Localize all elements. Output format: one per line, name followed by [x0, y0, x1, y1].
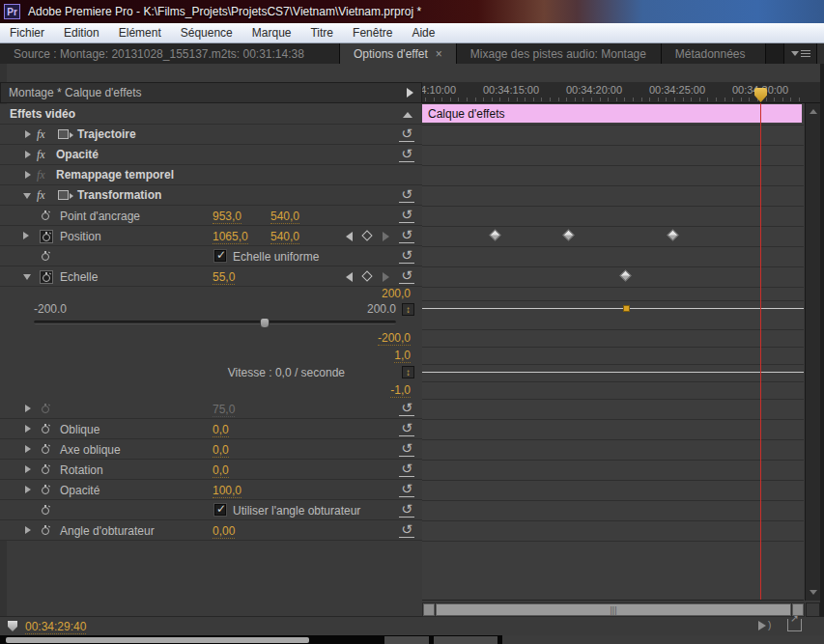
show-timeline-arrow-icon[interactable]	[407, 88, 413, 98]
position-x-value[interactable]: 1065,0	[213, 230, 248, 244]
horizontal-scrollbar[interactable]	[422, 602, 805, 617]
stopwatch-icon[interactable]	[40, 250, 53, 264]
effect-row-opacite[interactable]: fx Opacité ↺	[0, 145, 422, 165]
expand-triangle-icon[interactable]	[25, 405, 31, 412]
keyframe-diamond[interactable]	[667, 229, 679, 241]
reset-param-button[interactable]: ↺	[399, 208, 414, 223]
param-row-opacity[interactable]: Opacité 100,0 ↺	[0, 480, 422, 500]
expand-graph-button[interactable]: ↕	[402, 366, 414, 378]
oblique-value[interactable]: 0,0	[213, 423, 229, 437]
fx-toggle-icon[interactable]: fx	[37, 168, 45, 182]
param-row-shutter-angle[interactable]: Angle d'obturateur 0,00 ↺	[0, 520, 422, 541]
stopwatch-icon[interactable]	[40, 423, 53, 436]
param-row-scale[interactable]: Echelle 55,0 ↺	[0, 266, 422, 287]
velocity-max-value[interactable]: 1,0	[394, 349, 411, 363]
export-frame-icon[interactable]	[787, 619, 802, 631]
collapse-section-icon[interactable]	[403, 112, 412, 118]
collapse-triangle-icon[interactable]	[23, 274, 31, 280]
slider-thumb[interactable]	[260, 318, 270, 328]
fx-toggle-icon[interactable]: fx	[37, 188, 45, 203]
stopwatch-enabled-icon[interactable]	[40, 270, 53, 284]
collapse-triangle-icon[interactable]	[23, 193, 31, 199]
shutter-angle-value[interactable]: 0,00	[213, 524, 235, 539]
reset-param-button[interactable]: ↺	[399, 248, 414, 264]
reset-param-button[interactable]: ↺	[399, 522, 414, 538]
vertical-scrollbar[interactable]	[805, 103, 820, 601]
menu-fichier[interactable]: Fichier	[0, 23, 54, 42]
tab-source-monitor[interactable]: Source : Montage: 20131028_155137.m2ts: …	[0, 43, 340, 64]
param-row-axe-oblique[interactable]: Axe oblique 0,0 ↺	[0, 439, 422, 460]
param-row-rotation[interactable]: Rotation 0,0 ↺	[0, 460, 422, 480]
menu-edition[interactable]: Edition	[54, 23, 109, 42]
stopwatch-icon[interactable]	[40, 463, 53, 477]
expand-triangle-icon[interactable]	[25, 486, 31, 493]
uniform-scale-checkbox[interactable]: ✓	[214, 250, 226, 262]
menu-aide[interactable]: Aide	[402, 23, 444, 42]
anchor-x-value[interactable]: 953,0	[213, 210, 242, 224]
param-row-use-shutter-angle[interactable]: ✓ Utiliser l'angle obturateur ↺	[0, 500, 422, 520]
reset-effect-button[interactable]: ↺	[399, 147, 414, 162]
stopwatch-icon[interactable]	[40, 504, 53, 518]
keyframe-diamond[interactable]	[489, 229, 501, 241]
expand-triangle-icon[interactable]	[25, 445, 31, 453]
menu-marque[interactable]: Marque	[242, 23, 301, 42]
reset-param-button[interactable]: ↺	[399, 228, 414, 243]
add-keyframe-icon[interactable]	[361, 270, 372, 281]
tab-effect-controls[interactable]: Options d'effet ×	[340, 43, 457, 64]
reset-param-button[interactable]: ↺	[399, 482, 414, 497]
velocity-min-value[interactable]: -1,0	[390, 383, 411, 398]
tab-metadata[interactable]: Métadonnées	[662, 43, 766, 64]
play-audio-icon[interactable]: )	[758, 620, 776, 632]
title-bar[interactable]: Pr Adobe Premiere Pro - K:\Films_Projets…	[0, 0, 824, 23]
param-row-anchor-point[interactable]: Point d'ancrage 953,0 540,0 ↺	[0, 206, 422, 226]
use-shutter-angle-checkbox[interactable]: ✓	[214, 504, 226, 516]
keyframe-diamond[interactable]	[562, 229, 575, 241]
playhead-line[interactable]	[760, 103, 761, 600]
section-effets-video[interactable]: Effets vidéo	[0, 104, 422, 125]
menu-titre[interactable]: Titre	[300, 23, 343, 42]
stopwatch-icon[interactable]	[40, 484, 53, 497]
scale-slider[interactable]	[34, 321, 396, 324]
reset-param-button[interactable]: ↺	[399, 502, 414, 518]
expand-triangle-icon[interactable]	[25, 425, 31, 433]
panel-menu-icon[interactable]	[783, 43, 816, 64]
position-y-value[interactable]: 540,0	[270, 230, 299, 244]
reset-param-button[interactable]: ↺	[399, 401, 414, 416]
lower-panel-scrollbar[interactable]	[6, 637, 309, 643]
stopwatch-icon[interactable]	[40, 443, 53, 457]
timeline-ruler[interactable]: 00:34:10:0000:34:15:0000:34:20:0000:34:2…	[422, 82, 820, 103]
stopwatch-icon[interactable]	[40, 210, 53, 223]
expand-triangle-icon[interactable]	[25, 130, 31, 138]
menu-element[interactable]: Elément	[109, 23, 171, 42]
tab-audio-mixer[interactable]: Mixage des pistes audio: Montage	[457, 43, 662, 64]
axe-oblique-value[interactable]: 0,0	[213, 443, 229, 458]
previous-keyframe-icon[interactable]	[346, 232, 353, 241]
effect-row-transformation[interactable]: fx Transformation ↺	[0, 185, 422, 206]
fx-toggle-icon[interactable]: fx	[37, 127, 45, 142]
graph-max-value[interactable]: 200,0	[382, 287, 411, 301]
menu-sequence[interactable]: Séquence	[171, 23, 242, 42]
keyframe-diamond[interactable]	[619, 269, 632, 282]
param-row-position[interactable]: Position 1065,0 540,0 ↺	[0, 226, 422, 246]
expand-graph-button[interactable]: ↕	[402, 303, 414, 316]
add-keyframe-icon[interactable]	[361, 230, 372, 240]
opacity-value[interactable]: 100,0	[213, 484, 242, 498]
scale-value[interactable]: 55,0	[213, 270, 235, 285]
scrollbar-thumb[interactable]	[436, 603, 791, 616]
reset-param-button[interactable]: ↺	[399, 421, 414, 436]
expand-triangle-icon[interactable]	[23, 232, 29, 239]
reset-effect-button[interactable]: ↺	[399, 187, 414, 203]
effect-controls-header[interactable]: Montage * Calque d'effets	[0, 82, 422, 103]
stopwatch-icon[interactable]	[40, 524, 53, 538]
next-keyframe-icon[interactable]	[383, 272, 389, 282]
scroll-up-icon[interactable]	[810, 109, 817, 114]
fx-toggle-icon[interactable]: fx	[37, 148, 45, 162]
expand-triangle-icon[interactable]	[25, 526, 31, 534]
timeline-body[interactable]: Calque d'effets	[422, 103, 804, 601]
expand-triangle-icon[interactable]	[25, 465, 31, 473]
effect-row-remappage-temporel[interactable]: fx Remappage temporel	[0, 165, 422, 185]
param-row-uniform-scale[interactable]: ✓ Echelle uniforme ↺	[0, 246, 422, 266]
reset-param-button[interactable]: ↺	[399, 462, 414, 477]
current-timecode[interactable]: 00:34:29:40	[25, 620, 86, 634]
effect-clip-bar[interactable]: Calque d'effets	[422, 104, 802, 123]
